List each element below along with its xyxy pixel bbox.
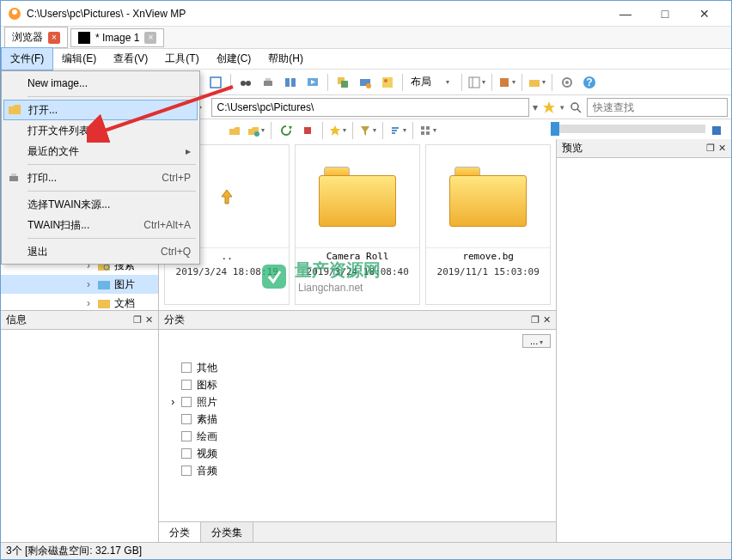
- menu-new-image[interactable]: New image...: [3, 73, 198, 94]
- menu-twain-source[interactable]: 选择TWAIN来源...: [3, 194, 198, 215]
- stop-icon[interactable]: [298, 121, 317, 140]
- svg-rect-5: [264, 81, 272, 86]
- thumbnail-area[interactable]: .. 2019/3/24 18:08:19 Camera Roll 2019/3…: [159, 139, 556, 311]
- thumb-camera-roll[interactable]: Camera Roll 2019/3/24 18:08:40: [295, 144, 420, 305]
- svg-rect-20: [529, 80, 540, 87]
- cat-audio[interactable]: 音频: [166, 462, 549, 479]
- preview-panel-header: 预览 ❐ ✕: [557, 139, 731, 158]
- app-icon: [8, 7, 21, 21]
- image-thumb-icon: [78, 32, 90, 44]
- tree-item-documents[interactable]: › 文档: [1, 294, 158, 311]
- menu-twain-scan[interactable]: TWAIN扫描... Ctrl+Alt+A: [3, 215, 198, 235]
- checkbox[interactable]: [181, 380, 192, 390]
- close-panel-icon[interactable]: ✕: [543, 314, 551, 326]
- cattab-category-set[interactable]: 分类集: [201, 522, 253, 542]
- svg-marker-27: [543, 101, 555, 113]
- folder-options-icon[interactable]: [527, 72, 547, 93]
- info-title: 信息: [6, 313, 130, 327]
- checkbox[interactable]: [181, 466, 192, 476]
- thumbnail-size-slider[interactable]: [551, 125, 705, 133]
- expand-icon[interactable]: [707, 121, 726, 140]
- sort-icon[interactable]: [388, 121, 407, 140]
- binoculars-icon[interactable]: [235, 72, 256, 93]
- thumb-remove-bg[interactable]: remove.bg 2019/11/1 15:03:09: [425, 144, 551, 305]
- cat-photos[interactable]: 照片: [166, 393, 549, 411]
- menu-exit[interactable]: 退出 Ctrl+Q: [3, 241, 198, 262]
- cat-icons[interactable]: 图标: [166, 376, 549, 393]
- close-panel-icon[interactable]: ✕: [718, 143, 726, 154]
- checkbox[interactable]: [181, 431, 192, 441]
- cat-other[interactable]: 其他: [166, 359, 549, 376]
- menu-recent[interactable]: 最近的文件 ▸: [3, 141, 198, 161]
- menu-edit[interactable]: 编辑(E): [53, 48, 105, 70]
- slideshow-icon[interactable]: [302, 72, 323, 93]
- category-title: 分类: [164, 313, 528, 327]
- checkbox[interactable]: [181, 397, 192, 407]
- close-button[interactable]: ✕: [685, 2, 724, 26]
- open-folder-icon: [8, 103, 21, 117]
- settings-icon[interactable]: [557, 72, 577, 93]
- folder-icon: [449, 167, 527, 227]
- cat-video[interactable]: 视频: [166, 445, 549, 462]
- menu-print[interactable]: 打印... Ctrl+P: [3, 167, 198, 188]
- search-icon[interactable]: [568, 98, 583, 117]
- view-mode-icon[interactable]: [418, 121, 437, 140]
- category-panel-header: 分类 ❐ ✕: [159, 311, 556, 330]
- checkbox[interactable]: [181, 362, 192, 373]
- svg-rect-17: [469, 77, 479, 88]
- panels-dropdown-icon[interactable]: [467, 72, 487, 93]
- maximize-button[interactable]: □: [645, 2, 685, 26]
- layout-dropdown[interactable]: [436, 72, 457, 93]
- convert-icon[interactable]: [332, 72, 353, 93]
- fullscreen-icon[interactable]: [205, 72, 226, 93]
- favorite-icon[interactable]: [541, 98, 557, 117]
- close-icon[interactable]: ×: [48, 32, 60, 44]
- tree-item-pictures[interactable]: › 图片: [1, 275, 158, 294]
- category-more-button[interactable]: ...: [522, 334, 551, 348]
- menu-open[interactable]: 打开...: [3, 100, 198, 120]
- menu-help[interactable]: 帮助(H): [259, 48, 312, 70]
- tab-browser[interactable]: 浏览器 ×: [4, 27, 68, 48]
- help-icon[interactable]: ?: [579, 72, 600, 93]
- svg-rect-6: [265, 78, 271, 81]
- svg-rect-12: [341, 81, 348, 88]
- up-folder-icon[interactable]: [225, 121, 244, 140]
- svg-rect-15: [382, 77, 393, 88]
- undock-icon[interactable]: ❐: [706, 143, 715, 154]
- edit-image-icon[interactable]: [377, 72, 398, 93]
- compare-icon[interactable]: [280, 72, 301, 93]
- menu-open-filelist[interactable]: 打开文件列表...: [3, 120, 198, 141]
- close-icon[interactable]: ×: [144, 32, 156, 44]
- checkbox[interactable]: [181, 448, 192, 459]
- undock-icon[interactable]: ❐: [531, 314, 540, 326]
- close-panel-icon[interactable]: ✕: [145, 314, 153, 326]
- svg-rect-49: [98, 281, 110, 289]
- svg-rect-40: [421, 131, 424, 135]
- cat-sketch[interactable]: 素描: [166, 411, 549, 428]
- checkbox[interactable]: [181, 414, 192, 424]
- up-arrow-icon: [217, 186, 237, 207]
- print-icon[interactable]: [258, 72, 278, 93]
- cat-draw[interactable]: 绘画: [166, 428, 549, 445]
- window-title: C:\Users\pc\Pictures\ - XnView MP: [27, 8, 606, 20]
- menu-tools[interactable]: 工具(T): [156, 48, 207, 70]
- undock-icon[interactable]: ❐: [133, 314, 142, 326]
- menu-file[interactable]: 文件(F): [1, 47, 53, 70]
- filter-dropdown-icon[interactable]: [497, 72, 517, 93]
- menu-create[interactable]: 创建(C): [208, 48, 260, 70]
- path-input[interactable]: [211, 98, 529, 117]
- filter-icon[interactable]: [358, 121, 377, 140]
- svg-point-22: [565, 81, 569, 84]
- menu-view[interactable]: 查看(V): [105, 48, 156, 70]
- status-text: 3个 [剩余磁盘空间: 32.17 GB]: [6, 544, 142, 558]
- search-input[interactable]: [587, 98, 728, 117]
- tab-image[interactable]: * Image 1 ×: [70, 28, 164, 47]
- svg-rect-43: [9, 176, 18, 181]
- new-folder-icon[interactable]: [247, 121, 265, 140]
- batch-rename-icon[interactable]: [355, 72, 375, 93]
- cattab-category[interactable]: 分类: [159, 522, 201, 542]
- minimize-button[interactable]: —: [606, 2, 645, 26]
- favorites-icon[interactable]: [328, 121, 347, 140]
- svg-point-4: [246, 81, 251, 86]
- refresh-icon[interactable]: [277, 121, 296, 140]
